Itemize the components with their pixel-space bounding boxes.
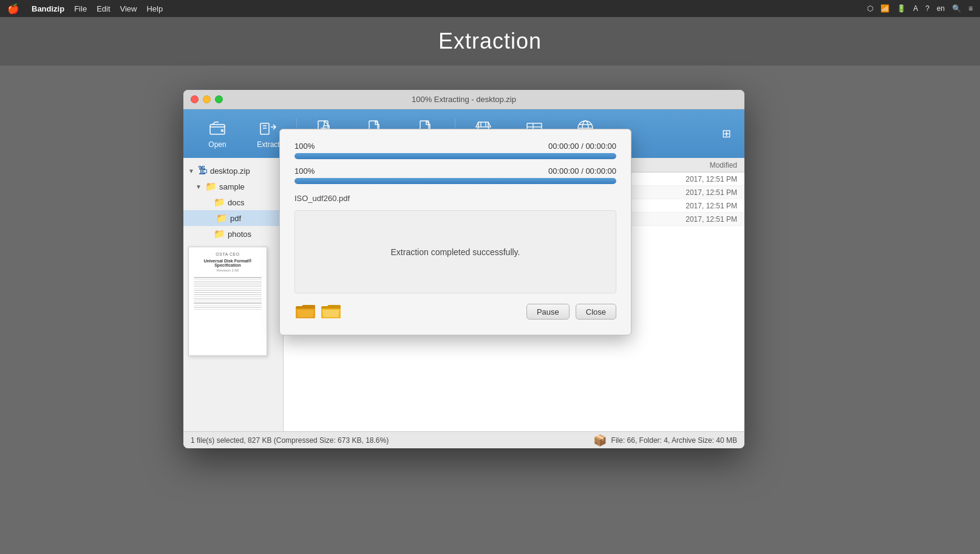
sidebar-root-label: desktop.zip: [210, 166, 250, 176]
folder-icon: 📁: [205, 181, 217, 192]
chevron-down-icon: ▼: [188, 168, 194, 174]
chevron-down-icon: ▼: [196, 183, 202, 190]
window-controls: [191, 95, 223, 103]
sidebar: ▼ 🗜 desktop.zip ▼ 📁 sample 📁 docs 📁 pdf …: [183, 158, 284, 431]
folder-icon: 📁: [214, 197, 225, 208]
progress-time-2: 00:00:00 / 00:00:00: [548, 166, 616, 176]
list-icon[interactable]: ≡: [968, 4, 973, 13]
current-file: ISO_udf260.pdf: [294, 194, 616, 203]
dialog-footer: Pause Close: [294, 301, 616, 323]
progress-row-2: 100% 00:00:00 / 00:00:00: [294, 166, 616, 184]
sidebar-item-photos[interactable]: 📁 photos: [183, 226, 283, 242]
close-button[interactable]: Close: [576, 304, 616, 320]
modified-column-header: Modified: [710, 161, 737, 169]
progress-track-1: [294, 153, 616, 159]
dialog-footer-icons: [294, 301, 342, 323]
toolbar-extract-label: Extract: [257, 140, 279, 149]
status-bar: 1 file(s) selected, 827 KB (Compressed S…: [183, 431, 744, 448]
sidebar-item-docs[interactable]: 📁 docs: [183, 194, 283, 210]
progress-percent-1: 100%: [294, 142, 315, 151]
zip-file-icon: 🗜: [198, 165, 208, 176]
preview-logo: OSTA CEO: [216, 252, 239, 256]
preview-subtitle: Revision 2.60: [217, 268, 239, 272]
progress-track-2: [294, 178, 616, 184]
progress-row-1: 100% 00:00:00 / 00:00:00: [294, 142, 616, 159]
page-title: Extraction: [438, 29, 542, 54]
language-label: en: [937, 4, 945, 13]
sidebar-item-root[interactable]: ▼ 🗜 desktop.zip: [183, 163, 283, 179]
status-file-info: File: 66, Folder: 4, Archive Size: 40 MB: [611, 436, 737, 445]
toolbar-open-button[interactable]: Open: [193, 113, 242, 154]
menubar-right: ⬡ 📶 🔋 A ? en 🔍 ≡: [867, 4, 973, 13]
svg-rect-0: [210, 125, 225, 134]
file-date: 2017, 12:51 PM: [686, 175, 737, 183]
wifi-icon: 📶: [880, 4, 890, 13]
folder-icon: 📁: [216, 213, 228, 224]
progress-percent-2: 100%: [294, 166, 315, 176]
file-date: 2017, 12:51 PM: [686, 188, 737, 197]
menubar: 🍎 Bandizip File Edit View Help ⬡ 📶 🔋 A ?…: [0, 0, 980, 17]
menu-help[interactable]: Help: [146, 4, 163, 13]
menu-file[interactable]: File: [74, 4, 87, 13]
file-preview: OSTA CEO Universal Disk Format® Specific…: [188, 247, 267, 356]
open-source-folder-button[interactable]: [294, 301, 316, 323]
progress-fill-1: [294, 153, 616, 159]
sidebar-item-pdf[interactable]: 📁 pdf: [183, 210, 283, 226]
window-title: 100% Extracting - desktop.zip: [412, 95, 516, 104]
svg-rect-1: [260, 123, 269, 134]
menu-edit[interactable]: Edit: [97, 4, 110, 13]
folder-icon: 📁: [214, 228, 225, 239]
menu-view[interactable]: View: [120, 4, 137, 13]
preview-title: Universal Disk Format® Specification: [194, 259, 262, 267]
progress-fill-2: [294, 178, 616, 184]
success-message-area: Extraction completed successfully.: [294, 210, 616, 293]
app-name[interactable]: Bandizip: [32, 4, 64, 13]
progress-info-1: 100% 00:00:00 / 00:00:00: [294, 142, 616, 151]
help-circle-icon: ?: [925, 4, 930, 13]
sidebar-sample-label: sample: [219, 182, 245, 191]
minimize-button[interactable]: [203, 95, 211, 103]
grid-view-icon[interactable]: ⊞: [718, 123, 735, 144]
sidebar-pdf-label: pdf: [230, 214, 241, 223]
pause-button[interactable]: Pause: [526, 304, 570, 320]
archive-icon: 📦: [593, 434, 607, 447]
extraction-dialog: 100% 00:00:00 / 00:00:00 100% 00:00:00 /…: [279, 129, 631, 335]
status-right: 📦 File: 66, Folder: 4, Archive Size: 40 …: [593, 434, 737, 447]
sidebar-docs-label: docs: [228, 198, 244, 207]
success-message: Extraction completed successfully.: [391, 247, 520, 257]
sidebar-photos-label: photos: [228, 230, 251, 239]
apple-menu[interactable]: 🍎: [7, 3, 19, 15]
close-button[interactable]: [191, 95, 199, 103]
page-title-bar: Extraction: [0, 17, 980, 66]
font-icon: A: [913, 4, 918, 13]
search-icon[interactable]: 🔍: [952, 4, 961, 13]
battery-icon: 🔋: [897, 4, 906, 13]
progress-info-2: 100% 00:00:00 / 00:00:00: [294, 166, 616, 176]
progress-time-1: 00:00:00 / 00:00:00: [548, 142, 616, 151]
maximize-button[interactable]: [215, 95, 223, 103]
status-left: 1 file(s) selected, 827 KB (Compressed S…: [191, 436, 389, 445]
dropbox-icon: ⬡: [867, 4, 873, 13]
file-date: 2017, 12:51 PM: [686, 215, 737, 224]
title-bar: 100% Extracting - desktop.zip: [183, 90, 744, 109]
dialog-footer-actions: Pause Close: [526, 304, 616, 320]
sidebar-item-sample[interactable]: ▼ 📁 sample: [183, 179, 283, 194]
file-date: 2017, 12:51 PM: [686, 202, 737, 210]
open-dest-folder-button[interactable]: [320, 301, 342, 323]
toolbar-open-label: Open: [208, 140, 226, 149]
